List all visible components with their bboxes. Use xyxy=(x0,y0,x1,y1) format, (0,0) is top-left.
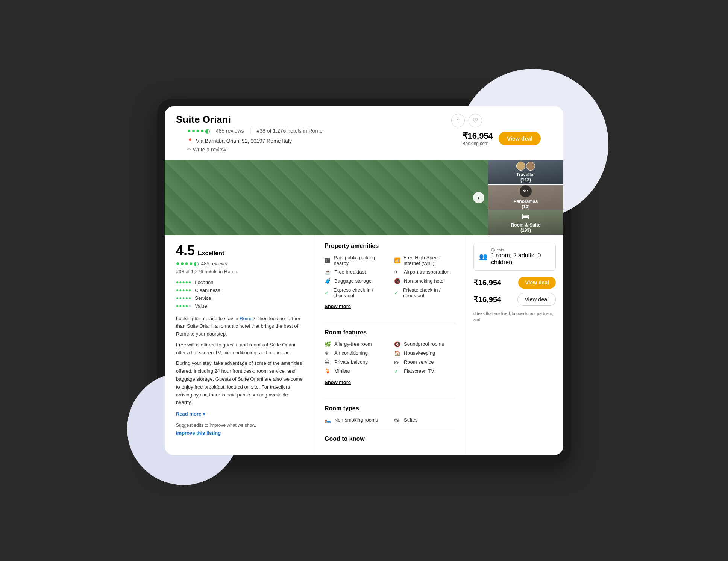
suites-icon: 🛋 xyxy=(394,417,401,423)
amenity-baggage: 🧳 Baggage storage xyxy=(325,278,387,284)
hotel-info: Suite Oriani ● ● ● ● ◐ 485 reviews | #38… xyxy=(176,114,334,156)
next-image-arrow[interactable]: › xyxy=(473,192,484,203)
tv-icon: ✓ xyxy=(394,368,401,374)
airport-icon: ✈ xyxy=(394,269,401,275)
cat-cleanliness-stars: ● ● ● ● ● xyxy=(176,287,191,293)
highlight-rome: Rome xyxy=(240,316,253,321)
breakfast-icon: ☕ xyxy=(325,269,331,275)
roomtype-nonsmoking-label: Non-smoking rooms xyxy=(334,417,378,423)
write-review-link[interactable]: ✏ Write a review xyxy=(187,147,323,153)
badge-360: 360 xyxy=(523,189,528,193)
divider-3 xyxy=(325,429,456,429)
address-text: Via Barnaba Oriani 92, 00197 Rome Italy xyxy=(196,138,292,144)
hotel-rank-small: #38 of 1,276 hotels in Rome xyxy=(176,269,303,274)
avatar-1 xyxy=(516,162,525,171)
left-panel: 4.5 Excellent ● ● ● ● ◐ 485 reviews #38 … xyxy=(165,235,315,455)
traveller-label: Traveller xyxy=(516,172,535,177)
main-content: 4.5 Excellent ● ● ● ● ◐ 485 reviews #38 … xyxy=(165,235,563,455)
heart-icon: ♡ xyxy=(473,117,478,124)
roomtype-nonsmoking: 🛌 Non-smoking rooms xyxy=(325,417,387,423)
cat-cleanliness: ● ● ● ● ● Cleanliness xyxy=(176,287,303,293)
hotel-rank: #38 of 1,276 hotels in Rome xyxy=(257,128,323,134)
feature-minibar-label: Minibar xyxy=(334,368,350,374)
rating-stars: ● ● ● ● ◐ xyxy=(187,127,210,135)
room-types-title: Room types xyxy=(325,405,456,412)
category-ratings: ● ● ● ● ● Location ● ● ● ● xyxy=(176,280,303,309)
amenity-checkin: ✓ Express check-in / check-out xyxy=(325,287,387,298)
hotel-title: Suite Oriani xyxy=(176,114,334,126)
header-actions: ↑ ♡ xyxy=(451,114,552,127)
feature-tv-label: Flatscreen TV xyxy=(404,368,434,374)
room-types-grid: 🛌 Non-smoking rooms 🛋 Suites xyxy=(325,417,456,423)
fees-note: d fees that are fixed, known to our part… xyxy=(473,310,556,323)
minibar-icon: 🍹 xyxy=(325,368,331,374)
view-deal-button-2[interactable]: View deal xyxy=(517,293,556,306)
amenity-breakfast-label: Free breakfast xyxy=(334,269,366,275)
pin-icon: 📍 xyxy=(187,138,193,144)
nonsmoking-icon: 🚭 xyxy=(394,278,401,284)
review-count: 485 reviews xyxy=(216,128,244,134)
amenity-nonsmoking-label: Non-smoking hotel xyxy=(404,278,444,284)
feature-balcony: 🏛 Private balcony xyxy=(325,359,387,365)
aircon-icon: ❄ xyxy=(325,350,331,356)
feature-roomservice: 🍽 Room service xyxy=(394,359,456,365)
amenity-airport: ✈ Airport transportation xyxy=(394,269,456,275)
star-5: ◐ xyxy=(205,127,210,135)
parking-icon: 🅿 xyxy=(325,257,331,263)
view-deal-button-1[interactable]: View deal xyxy=(518,277,556,289)
bs-5: ◐ xyxy=(194,260,199,267)
main-image[interactable]: › xyxy=(165,160,488,235)
star-2: ● xyxy=(192,127,196,135)
soundproof-icon: 🔇 xyxy=(394,341,401,347)
show-more-amenities-button[interactable]: Show more xyxy=(325,304,351,309)
feature-soundproof-label: Soundproof rooms xyxy=(404,341,444,347)
write-review-row: ✏ Write a review xyxy=(176,145,334,156)
price-amount: ₹16,954 xyxy=(463,131,493,141)
traveller-count: (113) xyxy=(520,177,531,183)
favorite-button[interactable]: ♡ xyxy=(469,114,482,127)
bs-1: ● xyxy=(176,260,180,267)
amenity-private-checkin-label: Private check-in / check-out xyxy=(403,287,456,298)
feature-allergy-label: Allergy-free room xyxy=(334,341,372,347)
feature-tv: ✓ Flatscreen TV xyxy=(394,368,456,374)
cat-location: ● ● ● ● ● Location xyxy=(176,280,303,285)
amenity-wifi-label: Free High Speed Internet (WiFi) xyxy=(403,255,456,266)
amenity-private-checkin: ✓ Private check-in / check-out xyxy=(394,287,456,298)
property-amenities-title: Property amenities xyxy=(325,243,456,250)
right-panel: 👥 Guests 1 room, 2 adults, 0 children ₹1… xyxy=(466,235,563,455)
guests-box[interactable]: 👥 Guests 1 room, 2 adults, 0 children xyxy=(473,243,556,271)
cat-location-stars: ● ● ● ● ● xyxy=(176,280,191,285)
roomservice-icon: 🍽 xyxy=(394,359,401,365)
star-1: ● xyxy=(187,127,191,135)
room-suite-block[interactable]: 🛏 Room & Suite (193) xyxy=(488,210,563,235)
share-button[interactable]: ↑ xyxy=(451,114,465,127)
cs4: ● xyxy=(185,280,188,285)
bs-2: ● xyxy=(180,260,184,267)
divider-2 xyxy=(325,399,456,399)
middle-panel: Property amenities 🅿 Paid public parking… xyxy=(315,235,466,455)
read-more-button[interactable]: Read more ▾ xyxy=(176,411,205,417)
side-images: Traveller (113) 360 Panoramas (10) 🛏 Roo… xyxy=(488,160,563,235)
share-icon: ↑ xyxy=(457,117,460,124)
nonsmoking-room-icon: 🛌 xyxy=(325,417,331,423)
deal-price-1: ₹16,954 xyxy=(473,278,501,287)
divider-1 xyxy=(325,323,456,323)
feature-aircon: ❄ Air conditioning xyxy=(325,350,387,356)
chevron-down-icon: ▾ xyxy=(203,411,205,417)
feature-soundproof: 🔇 Soundproof rooms xyxy=(394,341,456,347)
baggage-icon: 🧳 xyxy=(325,278,331,284)
cat-value-stars: ● ● ● ● ● xyxy=(176,303,191,308)
cat-service: ● ● ● ● ● Service xyxy=(176,295,303,301)
panorama-badge: 360 xyxy=(520,185,532,197)
show-more-room-features-button[interactable]: Show more xyxy=(325,380,351,385)
star-4: ● xyxy=(200,127,204,135)
traveller-photos-block[interactable]: Traveller (113) xyxy=(488,160,563,184)
guests-label: Guests xyxy=(491,248,550,252)
guests-icon: 👥 xyxy=(479,253,487,261)
amenity-airport-label: Airport transportation xyxy=(404,269,449,275)
amenity-baggage-label: Baggage storage xyxy=(334,278,372,284)
improve-listing-link[interactable]: Improve this listing xyxy=(176,430,221,436)
panoramas-block[interactable]: 360 Panoramas (10) xyxy=(488,185,563,210)
view-deal-header-button[interactable]: View deal xyxy=(499,132,541,145)
room-suite-count: (193) xyxy=(520,228,531,233)
